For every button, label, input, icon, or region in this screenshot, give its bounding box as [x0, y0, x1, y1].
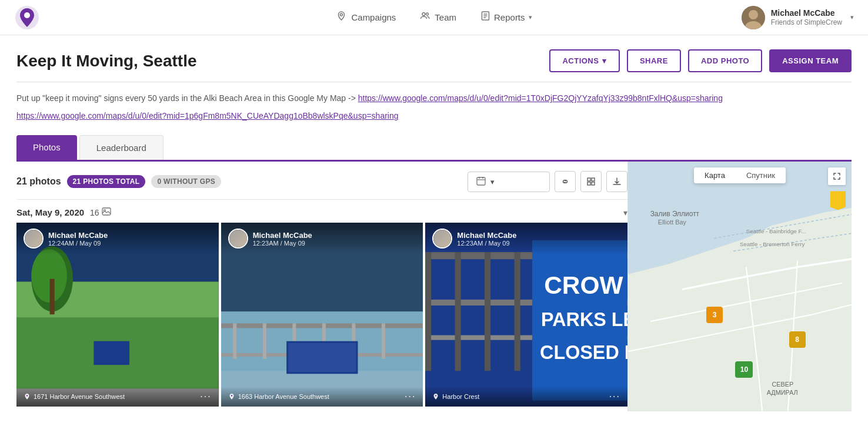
nav-reports[interactable]: Reports ▾ — [480, 11, 532, 24]
map-marker-8[interactable]: 8 — [789, 331, 806, 348]
svg-text:CLOSED P: CLOSED P — [540, 342, 627, 363]
photo-avatar-img — [433, 230, 451, 247]
user-menu[interactable]: Michael McCabe Friends of SimpleCrew ▾ — [742, 6, 854, 29]
download-button[interactable] — [606, 171, 627, 192]
actions-row: ACTIONS ▾ SHARE ADD PHOTO ASSIGN TEAM — [549, 49, 852, 72]
svg-point-44 — [231, 395, 232, 396]
photo-overlay-top: Michael McCabe 12:23AM / May 09 — [425, 223, 627, 254]
svg-rect-37 — [262, 324, 266, 360]
nav-campaigns[interactable]: Campaigns — [336, 11, 396, 24]
link-icon-button[interactable] — [555, 171, 576, 192]
header: Campaigns Team R — [0, 0, 868, 35]
description-link-2: https://www.google.com/maps/d/u/0/edit?m… — [16, 110, 852, 121]
photo-card[interactable]: Michael McCabe 12:23AM / May 09 1663 Har… — [221, 223, 423, 406]
svg-text:СЕВЕР: СЕВЕР — [772, 381, 793, 388]
photo-location: Harbor Crest — [432, 393, 479, 400]
title-row: Keep It Moving, Seattle ACTIONS ▾ SHARE … — [16, 49, 852, 72]
logo[interactable] — [14, 5, 40, 31]
photo-avatar — [24, 229, 44, 249]
svg-point-10 — [749, 10, 758, 19]
calendar-icon — [476, 176, 486, 187]
assign-team-button[interactable]: ASSIGN TEAM — [769, 49, 852, 72]
photo-avatar-img — [229, 230, 247, 247]
svg-point-2 — [340, 14, 342, 16]
map-panel: Карта Спутник — [628, 162, 852, 411]
svg-point-26 — [31, 249, 67, 303]
date-filter[interactable]: ▾ — [468, 172, 550, 192]
photo-user-name: Michael McCabe — [48, 231, 108, 240]
photo-user-info: Michael McCabe 12:23AM / May 09 — [253, 231, 312, 247]
photo-overlay-top: Michael McCabe 12:24AM / May 09 — [16, 223, 219, 254]
date-group-info: Sat, May 9, 2020 16 — [16, 207, 111, 218]
map-tab-satellite[interactable]: Спутник — [736, 167, 786, 183]
svg-rect-19 — [592, 182, 595, 185]
photo-more-button[interactable]: ··· — [405, 391, 416, 402]
photo-user-name: Michael McCabe — [253, 231, 312, 240]
photo-location: 1663 Harbor Avenue Southwest — [228, 393, 329, 400]
svg-text:Залив Эллиотт: Залив Эллиотт — [650, 210, 700, 218]
svg-point-1 — [24, 12, 30, 18]
date-chevron-icon: ▾ — [490, 177, 495, 186]
map-bookmark — [830, 191, 846, 210]
map-link-1[interactable]: https://www.google.com/maps/d/u/0/edit?m… — [358, 93, 723, 103]
main-nav: Campaigns Team R — [336, 11, 532, 24]
tab-leaderboard[interactable]: Leaderboard — [79, 135, 163, 160]
photo-user-info: Michael McCabe 12:24AM / May 09 — [48, 231, 108, 247]
svg-rect-17 — [592, 178, 595, 181]
photo-overlay-bottom: 1663 Harbor Avenue Southwest ··· — [221, 387, 423, 407]
photo-card[interactable]: CROW PARKS LE CLOSED P Michael McCabe 12… — [425, 223, 627, 406]
svg-rect-36 — [233, 324, 236, 360]
svg-point-3 — [422, 13, 425, 16]
map-expand-button[interactable] — [828, 167, 846, 185]
svg-rect-50 — [455, 252, 461, 371]
svg-rect-52 — [515, 252, 520, 371]
photo-user-info: Michael McCabe 12:23AM / May 09 — [457, 231, 516, 247]
photo-more-button[interactable]: ··· — [609, 391, 620, 402]
actions-button[interactable]: ACTIONS ▾ — [549, 49, 620, 72]
svg-point-60 — [435, 395, 436, 396]
map-link-2[interactable]: https://www.google.com/maps/d/u/0/edit?m… — [16, 111, 399, 120]
avatar-image — [742, 6, 765, 29]
content-tabs: Photos Leaderboard — [16, 135, 852, 162]
user-menu-chevron-icon: ▾ — [850, 14, 854, 21]
collapse-button[interactable]: ▾ — [623, 208, 627, 217]
nav-reports-label: Reports — [494, 12, 525, 22]
map-marker-10[interactable]: 10 — [735, 361, 753, 378]
photos-toolbar: 21 photos 21 PHOTOS TOTAL 0 WITHOUT GPS — [16, 162, 627, 200]
photo-user-name: Michael McCabe — [457, 231, 516, 240]
map-marker-3[interactable]: 3 — [706, 307, 723, 323]
date-group-label: Sat, May 9, 2020 — [16, 207, 84, 217]
content-area: 21 photos 21 PHOTOS TOTAL 0 WITHOUT GPS — [16, 162, 852, 411]
avatar — [742, 6, 765, 29]
svg-rect-51 — [485, 252, 490, 371]
svg-rect-49 — [425, 252, 431, 371]
photo-overlay-top: Michael McCabe 12:23AM / May 09 — [221, 223, 423, 254]
photo-card[interactable]: Michael McCabe 12:24AM / May 09 1671 Har… — [16, 223, 219, 406]
map-tab-map[interactable]: Карта — [694, 167, 736, 183]
nav-team[interactable]: Team — [419, 11, 456, 24]
photo-time: 12:23AM / May 09 — [253, 240, 312, 247]
photo-overlay-bottom: 1671 Harbor Avenue Southwest ··· — [16, 387, 219, 407]
campaigns-icon — [336, 11, 346, 24]
user-name: Michael McCabe — [771, 8, 842, 18]
share-button[interactable]: SHARE — [627, 49, 681, 72]
page-content: Keep It Moving, Seattle ACTIONS ▾ SHARE … — [0, 35, 868, 411]
photos-controls: ▾ — [468, 171, 627, 192]
svg-point-30 — [26, 395, 28, 396]
photo-overlay-bottom: Harbor Crest ··· — [425, 387, 627, 407]
tab-photos[interactable]: Photos — [16, 135, 77, 160]
add-photo-button[interactable]: ADD PHOTO — [688, 49, 762, 72]
svg-text:Seattle - Bremerton Ferry: Seattle - Bremerton Ferry — [740, 241, 804, 247]
actions-chevron-icon: ▾ — [602, 56, 607, 65]
team-icon — [419, 11, 430, 24]
svg-text:Elliott Bay: Elliott Bay — [658, 219, 687, 226]
photo-grid: Michael McCabe 12:24AM / May 09 1671 Har… — [16, 223, 627, 411]
svg-rect-41 — [382, 324, 385, 360]
svg-rect-20 — [102, 208, 111, 215]
photo-more-button[interactable]: ··· — [200, 391, 211, 402]
grid-view-button[interactable] — [580, 171, 602, 192]
actions-label: ACTIONS — [562, 56, 599, 65]
photo-avatar — [228, 229, 248, 249]
svg-text:PARKS LE: PARKS LE — [541, 310, 627, 331]
svg-rect-16 — [587, 178, 590, 181]
